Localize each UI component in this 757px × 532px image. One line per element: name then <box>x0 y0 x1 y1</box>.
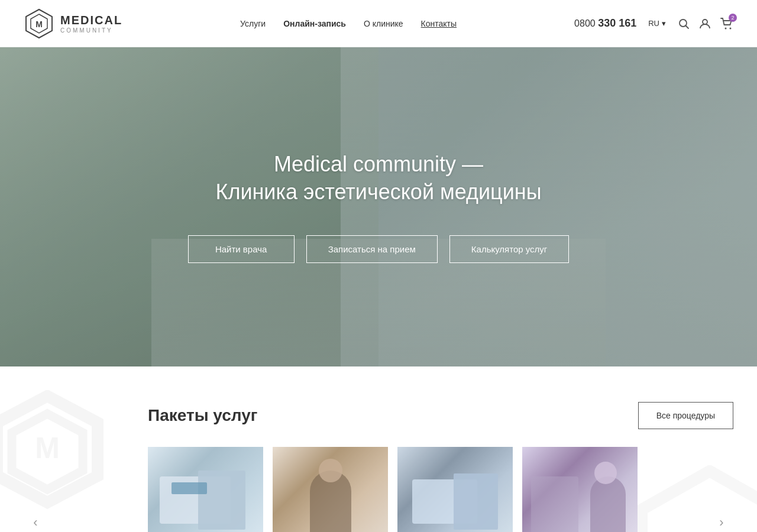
checkup-f2-image <box>522 447 638 532</box>
logo-community: COMMUNITY <box>60 27 122 34</box>
arrow-left-icon: ‹ <box>33 515 37 530</box>
logo-text: MEDICAL COMMUNITY <box>60 14 122 34</box>
service-card-0[interactable]: Кардиологический Check-up <box>148 447 263 532</box>
arrow-right-icon: › <box>719 515 723 530</box>
service-card-img-1 <box>273 447 388 532</box>
nav-about[interactable]: О клинике <box>364 19 403 28</box>
checkup-f-image <box>273 447 388 532</box>
find-doctor-button[interactable]: Найти врача <box>188 235 295 263</box>
services-title: Пакеты услуг <box>148 406 257 425</box>
hero-buttons: Найти врача Записаться на прием Калькуля… <box>188 235 570 263</box>
lang-switcher[interactable]: RU ▾ <box>648 19 666 28</box>
cart-badge: 2 <box>729 14 737 22</box>
user-button[interactable] <box>699 18 711 30</box>
main-nav: Услуги Онлайн-запись О клинике Контакты <box>240 19 457 28</box>
logo-medical: MEDICAL <box>60 14 122 27</box>
logo-hexagon-icon: M <box>24 8 54 39</box>
nav-online-booking[interactable]: Онлайн-запись <box>283 19 346 28</box>
service-card-img-0 <box>148 447 263 532</box>
svg-text:M: M <box>35 20 43 29</box>
hero-content: Medical community — Клиника эстетической… <box>188 151 570 264</box>
header-icons: 2 <box>678 17 733 30</box>
carousel-wrapper: ‹ Кардиологический Check-up <box>24 447 733 532</box>
logo[interactable]: M MEDICAL COMMUNITY <box>24 8 122 39</box>
carousel-items: Кардиологический Check-up Универсальный … <box>148 447 704 532</box>
services-section: M Пакеты услуг Все процедуры ‹ <box>0 366 757 532</box>
hero-section: Medical community — Клиника эстетической… <box>0 47 757 366</box>
book-appointment-button[interactable]: Записаться на прием <box>306 235 438 263</box>
search-icon <box>678 18 690 30</box>
program-image <box>397 447 513 532</box>
user-icon <box>699 18 711 30</box>
service-card-img-2 <box>397 447 513 532</box>
all-procedures-button[interactable]: Все процедуры <box>638 402 733 429</box>
cart-button[interactable]: 2 <box>720 17 733 30</box>
svg-point-7 <box>730 27 732 29</box>
calculator-button[interactable]: Калькулятор услуг <box>449 235 570 263</box>
nav-contacts[interactable]: Контакты <box>421 19 457 28</box>
service-card-2[interactable]: Программа «Планируем малыша» <box>397 447 513 532</box>
hero-title: Medical community — Клиника эстетической… <box>188 151 570 206</box>
header-right: 0800 330 161 RU ▾ <box>574 17 733 30</box>
services-header: Пакеты услуг Все процедуры <box>148 402 733 429</box>
service-card-img-3 <box>522 447 638 532</box>
chevron-down-icon: ▾ <box>662 19 666 28</box>
nav-services[interactable]: Услуги <box>240 19 266 28</box>
svg-point-6 <box>725 27 727 29</box>
cardio-image <box>148 447 263 532</box>
carousel-next-button[interactable]: › <box>710 511 733 532</box>
service-card-3[interactable]: Универсальный Check-up женский (до 40 ле… <box>522 447 638 532</box>
svg-point-5 <box>703 20 707 24</box>
svg-line-4 <box>686 25 689 28</box>
service-card-1[interactable]: Универсальный Check-up женский (после 40… <box>273 447 388 532</box>
search-button[interactable] <box>678 18 690 30</box>
phone-number: 0800 330 161 <box>574 17 636 30</box>
carousel-prev-button[interactable]: ‹ <box>24 511 47 532</box>
header: M MEDICAL COMMUNITY Услуги Онлайн-запись… <box>0 0 757 47</box>
